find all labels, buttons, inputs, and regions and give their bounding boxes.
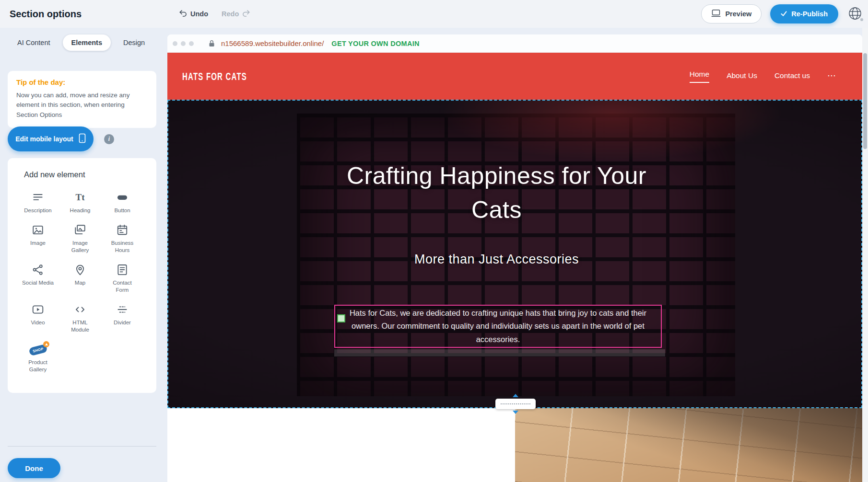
button-icon: [116, 191, 129, 204]
preview-button[interactable]: Preview: [701, 4, 762, 23]
sidebar-divider: [8, 446, 156, 447]
element-label: Divider: [114, 319, 131, 326]
element-image[interactable]: Image: [17, 221, 59, 254]
page-scrollbar[interactable]: [862, 28, 868, 482]
undo-button[interactable]: Undo: [179, 10, 208, 18]
next-section[interactable]: [167, 408, 862, 482]
phone-icon: [79, 133, 86, 145]
element-label: Social Media: [22, 279, 54, 287]
globe-badge: [859, 17, 864, 22]
redo-button[interactable]: Redo: [222, 10, 250, 18]
element-drag-handle[interactable]: [337, 314, 345, 322]
hero-content: Crafting Happiness for Your Cats More th…: [168, 101, 825, 267]
code-icon: [74, 303, 86, 316]
product-gallery-icon: SHOP: [29, 343, 47, 356]
element-label: Business Hours: [106, 240, 138, 254]
add-element-title: Add new element: [24, 170, 156, 179]
element-label: Map: [75, 279, 85, 287]
undo-label: Undo: [190, 10, 208, 18]
element-video[interactable]: Video: [17, 301, 59, 333]
element-label: Image Gallery: [64, 240, 96, 254]
hero-subheading[interactable]: More than Just Accessories: [168, 252, 825, 267]
window-control-dot: [189, 41, 194, 46]
element-label: Video: [31, 319, 45, 326]
mobile-layout-row: Edit mobile layout i: [8, 126, 114, 151]
section-resize-handle[interactable]: [495, 394, 536, 414]
tiles-photo: [515, 408, 862, 482]
scrollbar-thumb[interactable]: [863, 53, 867, 149]
element-label: Product Gallery: [22, 359, 54, 373]
nav-more-button[interactable]: ⋯: [827, 70, 836, 82]
divider-icon: [116, 303, 129, 316]
page-title: Section options: [10, 9, 82, 20]
element-business-hours[interactable]: Business Hours: [101, 221, 143, 254]
topbar-actions: Preview Re-Publish: [701, 0, 863, 28]
element-social-media[interactable]: Social Media: [17, 261, 59, 294]
info-icon[interactable]: i: [104, 134, 114, 144]
element-image-gallery[interactable]: Image Gallery: [59, 221, 101, 254]
selected-paragraph-element[interactable]: Hats for Cats, we are dedicated to craft…: [334, 305, 662, 348]
arrow-up-icon: [513, 394, 518, 397]
nav-contact-us[interactable]: Contact us: [774, 71, 810, 81]
map-pin-icon: [74, 263, 86, 276]
contact-form-icon: [116, 263, 129, 276]
window-controls: [173, 41, 194, 46]
edit-mobile-layout-button[interactable]: Edit mobile layout: [8, 126, 94, 151]
element-map[interactable]: Map: [59, 261, 101, 294]
site-logo: HATS FOR CATS: [182, 70, 247, 82]
topbar: Section options Undo Redo Preview: [0, 0, 868, 28]
element-product-gallery[interactable]: SHOP Product Gallery: [17, 341, 59, 373]
edit-mobile-label: Edit mobile layout: [15, 135, 73, 143]
hero-section-selected[interactable]: Crafting Happiness for Your Cats More th…: [167, 100, 862, 408]
done-button[interactable]: Done: [8, 458, 60, 478]
tab-design[interactable]: Design: [115, 34, 153, 51]
language-globe-button[interactable]: [847, 6, 863, 22]
hero-paragraph[interactable]: Hats for Cats, we are dedicated to craft…: [336, 307, 660, 346]
element-label: Description: [24, 207, 52, 214]
element-contact-form[interactable]: Contact Form: [101, 261, 143, 294]
site-url[interactable]: n1566589.websitebuilder.online/: [221, 39, 324, 47]
undo-icon: [179, 10, 187, 18]
preview-label: Preview: [725, 10, 751, 18]
description-icon: [32, 191, 44, 204]
arrow-down-icon: [513, 411, 518, 414]
business-hours-icon: [116, 223, 129, 237]
social-media-icon: [32, 263, 44, 276]
hero-heading[interactable]: Crafting Happiness for Your Cats: [341, 159, 653, 227]
sidebar-tabs: AI Content Elements Design: [9, 34, 153, 51]
element-button[interactable]: Button: [101, 189, 143, 214]
nav-about-us[interactable]: About Us: [727, 71, 757, 81]
tip-of-the-day-card: Tip of the day: Now you can add, move an…: [8, 71, 156, 128]
undo-redo-group: Undo Redo: [179, 0, 250, 28]
get-domain-link[interactable]: GET YOUR OWN DOMAIN: [331, 40, 419, 47]
redo-label: Redo: [222, 10, 239, 18]
tab-ai-content[interactable]: AI Content: [9, 34, 59, 51]
sidebar: AI Content Elements Design Tip of the da…: [0, 28, 167, 482]
site-header[interactable]: HATS FOR CATS Home About Us Contact us ⋯: [167, 53, 862, 100]
nav-home[interactable]: Home: [690, 70, 709, 83]
app: Section options Undo Redo Preview: [0, 0, 868, 482]
element-description[interactable]: Description: [17, 189, 59, 214]
image-gallery-icon: [74, 223, 86, 237]
tab-elements[interactable]: Elements: [63, 34, 111, 51]
element-divider[interactable]: Divider: [101, 301, 143, 333]
image-icon: [32, 223, 44, 237]
republish-button[interactable]: Re-Publish: [770, 4, 838, 23]
window-control-dot: [181, 41, 186, 46]
resize-grip[interactable]: [495, 399, 536, 409]
element-html-module[interactable]: HTML Module: [59, 301, 101, 333]
window-control-dot: [173, 41, 177, 46]
site-nav: Home About Us Contact us ⋯: [690, 53, 836, 100]
element-label: Image: [30, 240, 46, 247]
heading-icon: Tt: [76, 191, 85, 204]
republish-label: Re-Publish: [791, 10, 828, 18]
element-label: HTML Module: [64, 319, 96, 333]
video-icon: [32, 303, 44, 316]
browser-bar: n1566589.websitebuilder.online/ GET YOUR…: [167, 34, 862, 53]
add-badge-icon: [43, 341, 49, 347]
element-heading[interactable]: Tt Heading: [59, 189, 101, 214]
lock-icon: [209, 40, 215, 47]
check-icon: [781, 10, 787, 18]
element-label: Contact Form: [106, 279, 138, 294]
drop-indicator-strip: [334, 349, 665, 356]
